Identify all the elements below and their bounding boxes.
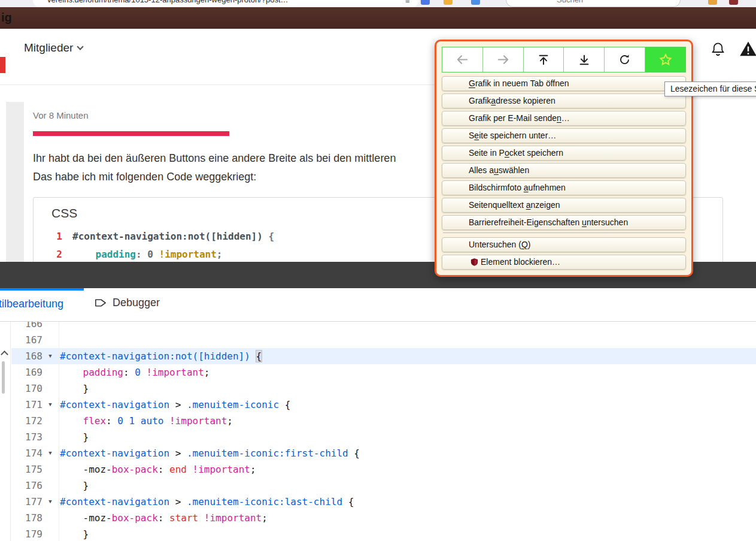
toolbar-icon[interactable] <box>708 0 717 5</box>
fold-spacer <box>42 526 58 541</box>
fold-arrow-icon[interactable]: ▼ <box>42 494 58 510</box>
extension-icon[interactable] <box>421 0 430 5</box>
editor-line[interactable]: 168▼#context-navigation:not([hidden]) { <box>11 348 756 364</box>
editor-line[interactable]: 173 } <box>11 429 756 445</box>
fold-spacer <box>42 477 58 494</box>
line-number: 171 <box>11 397 42 413</box>
code-text: #context-navigation:not([hidden]) { <box>62 228 274 246</box>
save-page-button[interactable] <box>564 47 605 72</box>
scroll-up-icon[interactable] <box>1 350 8 358</box>
editor-line[interactable]: 172 flex: 0 1 auto !important; <box>11 413 756 429</box>
fold-arrow-icon[interactable]: ▼ <box>42 397 58 413</box>
fold-spacer <box>42 364 58 380</box>
context-menu-separator <box>443 232 685 233</box>
notifications-bell-icon[interactable] <box>710 41 726 60</box>
forward-button[interactable] <box>483 47 524 72</box>
bookmark-button[interactable] <box>645 47 685 72</box>
line-number: 168 <box>11 348 42 364</box>
fold-spacer <box>42 380 58 397</box>
code-text: } <box>58 526 89 541</box>
context-menu-item[interactable]: Barrierefreiheit-Eigenschaften untersuch… <box>442 215 686 230</box>
context-menu-item[interactable]: Grafik per E-Mail senden… <box>442 111 686 126</box>
context-menu-item[interactable]: Seite in Pocket speichern <box>442 146 686 161</box>
line-number: 2 <box>34 246 62 264</box>
arrow-to-bottom-icon <box>578 53 591 67</box>
active-tab-marker <box>0 57 5 73</box>
code-text: -moz-box-pack: end !important; <box>58 461 256 477</box>
nav-mitglieder[interactable]: Mitglieder <box>24 41 83 55</box>
fold-spacer <box>42 510 58 526</box>
url-bar[interactable]: vereins.de/forum/thema/1015-12-anpassung… <box>33 0 419 7</box>
line-number: 167 <box>11 332 42 348</box>
screen: vereins.de/forum/thema/1015-12-anpassung… <box>0 0 756 541</box>
reload-icon <box>618 53 631 66</box>
gutter-divider <box>59 322 59 541</box>
devtools-tabbar: Stilbearbeitung Debugger <box>0 288 756 322</box>
style-editor-code-area: 166167168▼#context-navigation:not([hidde… <box>0 322 756 541</box>
code-text: #context-navigation > .menuitem-iconic:f… <box>58 445 360 461</box>
line-number: 176 <box>11 477 42 494</box>
editor-line[interactable]: 175 -moz-box-pack: end !important; <box>11 461 756 477</box>
url-text: vereins.de/forum/thema/1015-12-anpassung… <box>47 0 289 4</box>
editor-line[interactable]: 177▼#context-navigation > .menuitem-icon… <box>11 494 756 510</box>
code-text: } <box>58 380 89 397</box>
editor-line[interactable]: 178 -moz-box-pack: start !important; <box>11 510 756 526</box>
line-number: 179 <box>11 526 42 541</box>
arrow-to-top-icon <box>537 53 550 67</box>
context-menu-item[interactable]: Seite speichern unter… <box>442 128 686 143</box>
scroll-top-button[interactable] <box>524 47 564 72</box>
context-menu-item[interactable]: Grafikadresse kopieren <box>442 93 686 108</box>
tab-debugger[interactable]: Debugger <box>93 296 160 310</box>
context-menu-item[interactable]: Untersuchen (Q) <box>442 237 686 252</box>
editor-line[interactable]: 169 padding: 0 !important; <box>11 364 756 380</box>
line-number: 1 <box>34 228 62 246</box>
context-menu-item[interactable]: Bildschirmfoto aufnehmen <box>442 180 686 195</box>
scrollbar-thumb[interactable] <box>2 361 5 394</box>
editor-line[interactable]: 176 } <box>11 477 756 494</box>
editor-line[interactable]: 174▼#context-navigation > .menuitem-icon… <box>11 445 756 461</box>
editor-line[interactable]: 179 } <box>11 526 756 541</box>
code-text: } <box>58 429 89 445</box>
context-menu-item[interactable]: Alles auswählen <box>442 163 686 178</box>
reload-button[interactable] <box>605 47 645 72</box>
editor-line[interactable]: 166 <box>11 322 756 332</box>
extension-icon[interactable] <box>444 0 453 5</box>
context-menu-item[interactable]: Element blockieren… <box>442 255 686 270</box>
code-text: padding: 0 !important; <box>58 364 210 380</box>
unread-marker-bar <box>33 131 229 136</box>
post-paragraph: Das habe ich mit folgenden Code weggekri… <box>33 171 256 183</box>
moderation-warning-icon[interactable] <box>739 40 756 61</box>
post-paragraph: Ihr habt da bei den äußeren Buttons eine… <box>33 152 396 165</box>
fold-spacer <box>42 429 58 445</box>
fold-arrow-icon[interactable]: ▼ <box>42 348 58 364</box>
editor-line[interactable]: 167 <box>11 332 756 348</box>
code-text: #context-navigation:not([hidden]) { <box>58 348 262 364</box>
line-number: 174 <box>11 445 42 461</box>
editor-line[interactable]: 170 } <box>11 380 756 397</box>
line-number: 175 <box>11 461 42 477</box>
search-input[interactable]: Suchen <box>506 0 681 7</box>
line-number: 170 <box>11 380 42 397</box>
post-sidebar-strip <box>6 102 24 262</box>
editor-line[interactable]: 171▼#context-navigation > .menuitem-icon… <box>11 397 756 413</box>
banner-text: ig <box>1 11 12 25</box>
context-menu: Grafik in neuem Tab öffnenGrafikadresse … <box>435 40 693 277</box>
extension-icon[interactable] <box>471 0 480 5</box>
reader-mode-icon[interactable]: ≡ <box>405 0 410 7</box>
context-menu-item[interactable]: Grafik in neuem Tab öffnen <box>442 76 686 91</box>
context-menu-item[interactable]: Seitenquelltext anzeigen <box>442 198 686 213</box>
back-arrow-icon <box>456 53 469 67</box>
code-text: #context-navigation > .menuitem-iconic { <box>58 397 290 413</box>
editor-left-rail <box>0 322 11 541</box>
line-number: 166 <box>11 322 42 332</box>
tab-style-editor[interactable]: Stilbearbeitung <box>0 298 63 310</box>
ublock-shield-icon <box>470 258 479 267</box>
toolbar-icon[interactable] <box>729 0 738 5</box>
fold-arrow-icon[interactable]: ▼ <box>42 445 58 461</box>
editor-lines: 166167168▼#context-navigation:not([hidde… <box>11 322 756 541</box>
back-button[interactable] <box>442 47 483 72</box>
chevron-down-icon <box>77 43 84 50</box>
context-menu-items: Grafik in neuem Tab öffnenGrafikadresse … <box>442 76 686 270</box>
line-number: 173 <box>11 429 42 445</box>
forward-arrow-icon <box>496 53 510 67</box>
